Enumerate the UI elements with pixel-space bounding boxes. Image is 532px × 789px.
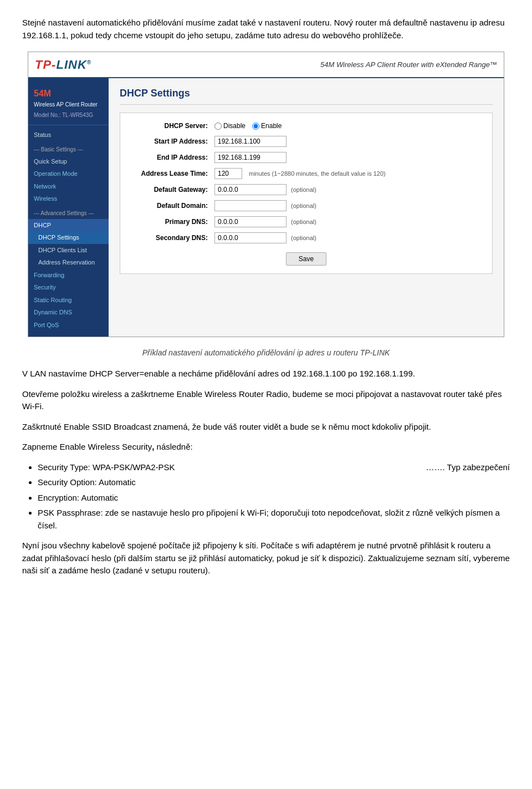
bullet1-right: ……. Typ zabezpečení	[426, 461, 510, 474]
list-item-psk-passphrase: PSK Passphrase: zde se nastavuje heslo p…	[38, 507, 510, 532]
dhcp-server-control: Disable Enable	[214, 121, 282, 131]
start-ip-label: Start IP Address:	[131, 136, 214, 146]
sidebar-section-advanced: --- Advanced Settings ---	[28, 207, 109, 219]
dhcp-enable-label: Enable	[261, 121, 282, 131]
save-btn-row: Save	[131, 252, 481, 266]
form-row-secondary-dns: Secondary DNS: (optional)	[131, 232, 481, 243]
body-para6: Zapneme Enable Wireless Security, násled…	[22, 441, 510, 454]
intro-para1: Stejné nastavení automatického přidělová…	[22, 17, 510, 42]
form-row-domain: Default Domain: (optional)	[131, 200, 481, 211]
secondary-dns-input[interactable]	[214, 232, 287, 243]
dhcp-server-label: DHCP Server:	[131, 121, 214, 131]
sidebar-model-info: 54M Wireless AP Client Router Model No.:…	[28, 84, 109, 125]
router-header-subtitle: 54M Wireless AP Client Router with eXten…	[320, 59, 497, 70]
domain-label: Default Domain:	[131, 201, 214, 211]
sidebar-item-status[interactable]: Status	[28, 129, 109, 141]
lease-input[interactable]	[214, 168, 242, 179]
end-ip-input[interactable]	[214, 152, 287, 163]
dhcp-title: DHCP Settings	[120, 86, 493, 105]
start-ip-control	[214, 136, 287, 147]
sidebar-item-network[interactable]: Network	[28, 180, 109, 193]
dhcp-disable-label: Disable	[223, 121, 245, 131]
caption-text: Příklad nastavení automatického přidělov…	[22, 347, 510, 359]
dhcp-enable-radio[interactable]: Enable	[252, 121, 282, 131]
router-sidebar: 54M Wireless AP Client Router Model No.:…	[28, 78, 109, 337]
primary-dns-control: (optional)	[214, 216, 316, 227]
primary-dns-input[interactable]	[214, 216, 287, 227]
model-54m: 54M	[34, 87, 103, 100]
model-subtitle: Wireless AP Client Router	[34, 100, 103, 109]
list-item-encryption: Encryption: Automatic	[38, 492, 510, 505]
gateway-input[interactable]	[214, 184, 287, 195]
router-body: 54M Wireless AP Client Router Model No.:…	[28, 78, 504, 337]
domain-control: (optional)	[214, 200, 316, 211]
router-ui-mockup: TP-LINK® 54M Wireless AP Client Router w…	[28, 52, 504, 337]
sidebar-item-forwarding[interactable]: Forwarding	[28, 269, 109, 282]
start-ip-input[interactable]	[214, 136, 287, 147]
bullet1-text: Security Type: WPA-PSK/WPA2-PSK	[38, 462, 175, 472]
sidebar-item-quick-setup[interactable]: Quick Setup	[28, 155, 109, 168]
gateway-control: (optional)	[214, 184, 316, 195]
end-ip-label: End IP Address:	[131, 152, 214, 162]
form-row-primary-dns: Primary DNS: (optional)	[131, 216, 481, 227]
secondary-dns-label: Secondary DNS:	[131, 233, 214, 243]
gateway-label: Default Gateway:	[131, 185, 214, 195]
tp-link-logo: TP-LINK®	[35, 55, 91, 74]
dhcp-form: DHCP Server: Disable Enable Sta	[120, 113, 493, 274]
lease-label: Address Lease Time:	[131, 169, 214, 179]
security-list: Security Type: WPA-PSK/WPA2-PSK ……. Typ …	[38, 461, 510, 532]
sidebar-item-port-qos[interactable]: Port QoS	[28, 319, 109, 332]
form-row-start-ip: Start IP Address:	[131, 136, 481, 147]
gateway-optional: (optional)	[291, 185, 316, 195]
dhcp-enable-input[interactable]	[252, 123, 259, 130]
body-para4: Otevřeme položku wireless a zaškrtneme E…	[22, 388, 510, 413]
sidebar-item-dhcp-clients[interactable]: DHCP Clients List	[28, 244, 109, 257]
body-para7: Nyní jsou všechny kabelově spojené počít…	[22, 539, 510, 577]
sidebar-item-static-routing[interactable]: Static Routing	[28, 294, 109, 307]
sidebar-item-wireless[interactable]: Wireless	[28, 192, 109, 205]
sidebar-item-operation-mode[interactable]: Operation Mode	[28, 167, 109, 180]
secondary-dns-control: (optional)	[214, 232, 316, 243]
list-item-security-option: Security Option: Automatic	[38, 476, 510, 489]
dhcp-disable-input[interactable]	[214, 123, 222, 130]
form-row-lease: Address Lease Time: minutes (1~2880 minu…	[131, 168, 481, 179]
form-row-end-ip: End IP Address:	[131, 152, 481, 163]
primary-dns-optional: (optional)	[291, 217, 316, 227]
body-para5: Zaškrtnuté Enable SSID Broadcast znamená…	[22, 421, 510, 434]
body-para3: V LAN nastavíme DHCP Server=enable a nec…	[22, 368, 510, 380]
domain-optional: (optional)	[291, 201, 316, 211]
sidebar-item-address-reservation[interactable]: Address Reservation	[28, 256, 109, 269]
primary-dns-label: Primary DNS:	[131, 217, 214, 227]
lease-hint: minutes (1~2880 minutes, the default val…	[249, 169, 386, 179]
sidebar-item-dhcp[interactable]: DHCP	[28, 219, 109, 232]
sidebar-item-dhcp-settings[interactable]: DHCP Settings	[28, 231, 109, 244]
end-ip-control	[214, 152, 287, 163]
router-header: TP-LINK® 54M Wireless AP Client Router w…	[28, 52, 504, 78]
lease-control: minutes (1~2880 minutes, the default val…	[214, 168, 386, 179]
list-item-security-type: Security Type: WPA-PSK/WPA2-PSK ……. Typ …	[38, 461, 510, 474]
model-number: Model No.: TL-WR543G	[34, 111, 103, 119]
form-row-gateway: Default Gateway: (optional)	[131, 184, 481, 195]
domain-input[interactable]	[214, 200, 287, 211]
secondary-dns-optional: (optional)	[291, 233, 316, 243]
sidebar-item-security[interactable]: Security	[28, 281, 109, 294]
sidebar-section-basic: --- Basic Settings ---	[28, 144, 109, 155]
sidebar-item-dynamic-dns[interactable]: Dynamic DNS	[28, 306, 109, 319]
router-main-content: DHCP Settings DHCP Server: Disable Enabl…	[109, 78, 504, 337]
form-row-dhcp-server: DHCP Server: Disable Enable	[131, 121, 481, 131]
dhcp-disable-radio[interactable]: Disable	[214, 121, 245, 131]
save-button[interactable]: Save	[286, 252, 326, 266]
